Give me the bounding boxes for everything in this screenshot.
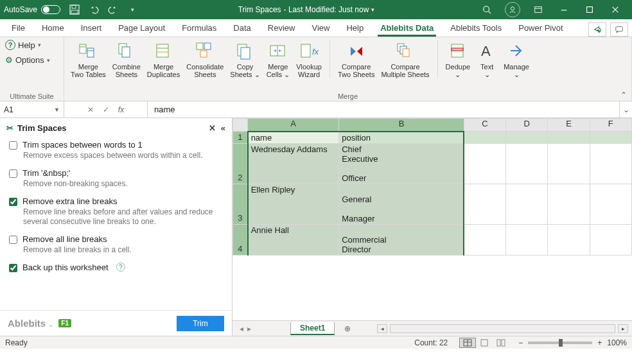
collapse-ribbon-icon[interactable]: ⌃ — [620, 91, 627, 100]
merge-duplicates-button[interactable]: Merge Duplicates — [146, 40, 181, 78]
option-checkbox-row[interactable]: Remove extra line breaks — [9, 196, 223, 206]
help-button[interactable]: ?Help▾ — [5, 40, 58, 50]
cell[interactable] — [548, 224, 590, 255]
cell[interactable]: Commercial Director — [339, 224, 464, 255]
tab-view[interactable]: View — [309, 23, 332, 37]
insert-function-icon[interactable]: fx — [118, 105, 124, 114]
cell[interactable] — [590, 224, 631, 255]
chevron-down-icon[interactable]: ▼ — [54, 107, 60, 113]
zoom-out-icon[interactable]: − — [518, 338, 523, 347]
grid[interactable]: ABCDEF 1nameposition2Wednesday AddamsChi… — [233, 118, 632, 320]
maximize-icon[interactable] — [577, 0, 602, 19]
undo-icon[interactable] — [87, 3, 100, 16]
cell[interactable] — [590, 132, 631, 144]
save-icon[interactable] — [68, 3, 81, 16]
cell[interactable] — [548, 132, 590, 144]
comments-button[interactable] — [610, 22, 628, 37]
scroll-right-icon[interactable]: ▸ — [618, 324, 628, 333]
ablebits-brand[interactable]: Ablebits ⌄ — [8, 318, 53, 329]
name-box[interactable]: A1 ▼ — [0, 101, 64, 117]
compare-multiple-sheets-button[interactable]: Compare Multiple Sheets — [380, 40, 430, 78]
option-checkbox[interactable] — [9, 198, 17, 206]
tab-help[interactable]: Help — [344, 23, 366, 37]
search-icon[interactable] — [474, 0, 500, 19]
option-checkbox[interactable] — [9, 169, 17, 178]
cell[interactable]: Ellen Ripley — [248, 184, 339, 224]
panel-close-icon[interactable]: ✕ — [209, 123, 216, 133]
tab-data[interactable]: Data — [231, 23, 253, 37]
compare-two-sheets-button[interactable]: Compare Two Sheets — [337, 40, 376, 78]
cancel-formula-icon[interactable]: ✕ — [87, 105, 94, 114]
select-all-corner[interactable] — [233, 119, 248, 132]
sheet-nav[interactable]: ◂▸ — [233, 324, 258, 333]
tab-ablebits-data[interactable]: Ablebits Data — [378, 23, 436, 37]
enter-formula-icon[interactable]: ✓ — [103, 105, 109, 114]
cell[interactable] — [464, 224, 505, 255]
chevron-down-icon[interactable]: ▾ — [371, 6, 374, 13]
column-header[interactable]: F — [590, 119, 631, 132]
row-header[interactable]: 4 — [233, 224, 248, 255]
tab-ablebits-tools[interactable]: Ablebits Tools — [448, 23, 504, 37]
cell[interactable] — [506, 184, 548, 224]
minimize-icon[interactable] — [551, 0, 577, 19]
toggle-switch-icon[interactable] — [41, 5, 60, 14]
column-header[interactable]: B — [339, 119, 464, 132]
zoom-level[interactable]: 100% — [607, 338, 627, 347]
copy-sheets-button[interactable]: Copy Sheets ⌄ — [229, 40, 261, 78]
column-header[interactable]: D — [506, 119, 548, 132]
cell[interactable] — [548, 184, 590, 224]
normal-view-icon[interactable] — [459, 338, 476, 348]
cell[interactable]: Chief Executive Officer — [339, 143, 464, 184]
cell[interactable]: Wednesday Addams — [248, 143, 339, 184]
trim-button[interactable]: Trim — [177, 316, 224, 331]
panel-collapse-icon[interactable]: « — [221, 123, 225, 133]
cell[interactable]: General Manager — [339, 184, 464, 224]
expand-formula-bar-icon[interactable]: ⌄ — [619, 101, 632, 117]
zoom-in-icon[interactable]: + — [597, 338, 602, 347]
tab-insert[interactable]: Insert — [78, 23, 105, 37]
consolidate-sheets-button[interactable]: Consolidate Sheets — [185, 40, 225, 78]
help-icon[interactable]: ? — [116, 263, 125, 272]
cell[interactable] — [506, 143, 548, 184]
cell[interactable] — [464, 132, 505, 144]
column-header[interactable]: C — [464, 119, 505, 132]
dedupe-button[interactable]: Dedupe ⌄ — [444, 40, 472, 78]
option-checkbox-row[interactable]: Trim '&nbsp;' — [9, 168, 223, 178]
account-icon[interactable] — [500, 0, 525, 19]
row-header[interactable]: 3 — [233, 184, 248, 224]
doc-modified[interactable]: - Last Modified: Just now — [284, 5, 369, 14]
cell[interactable]: Annie Hall — [248, 224, 339, 255]
page-break-view-icon[interactable] — [493, 338, 509, 348]
cell[interactable] — [590, 143, 631, 184]
option-checkbox[interactable] — [9, 236, 17, 244]
ribbon-display-icon[interactable] — [525, 0, 551, 19]
option-checkbox-row[interactable]: Remove all line breaks — [9, 234, 223, 244]
qat-dropdown-icon[interactable]: ▾ — [126, 3, 139, 16]
option-checkbox-row[interactable]: Back up this worksheet? — [9, 263, 223, 272]
cell[interactable] — [506, 224, 548, 255]
cell[interactable] — [506, 132, 548, 144]
option-checkbox[interactable] — [9, 141, 17, 150]
text-button[interactable]: AText ⌄ — [475, 40, 498, 78]
cell[interactable] — [548, 143, 590, 184]
tab-review[interactable]: Review — [265, 23, 298, 37]
option-checkbox-row[interactable]: Trim spaces between words to 1 — [9, 140, 223, 150]
cell[interactable] — [464, 143, 505, 184]
tab-formulas[interactable]: Formulas — [179, 23, 219, 37]
vlookup-wizard-button[interactable]: fxVlookup Wizard — [295, 40, 323, 78]
f1-badge[interactable]: F1 — [58, 319, 71, 327]
cell[interactable] — [590, 184, 631, 224]
options-button[interactable]: ⚙Options▾ — [5, 55, 58, 65]
tab-file[interactable]: File — [9, 23, 28, 37]
merge-cells-button[interactable]: Merge Cells ⌄ — [265, 40, 292, 78]
redo-icon[interactable] — [107, 3, 119, 16]
cell[interactable] — [464, 184, 505, 224]
page-layout-view-icon[interactable] — [476, 338, 493, 348]
option-checkbox[interactable] — [9, 264, 17, 272]
add-sheet-button[interactable]: ⊕ — [341, 322, 354, 335]
autosave-toggle[interactable]: AutoSave — [4, 5, 60, 14]
tab-home[interactable]: Home — [39, 23, 67, 37]
row-header[interactable]: 1 — [233, 132, 248, 144]
combine-sheets-button[interactable]: Combine Sheets — [111, 40, 142, 78]
cell[interactable]: name — [248, 132, 339, 144]
